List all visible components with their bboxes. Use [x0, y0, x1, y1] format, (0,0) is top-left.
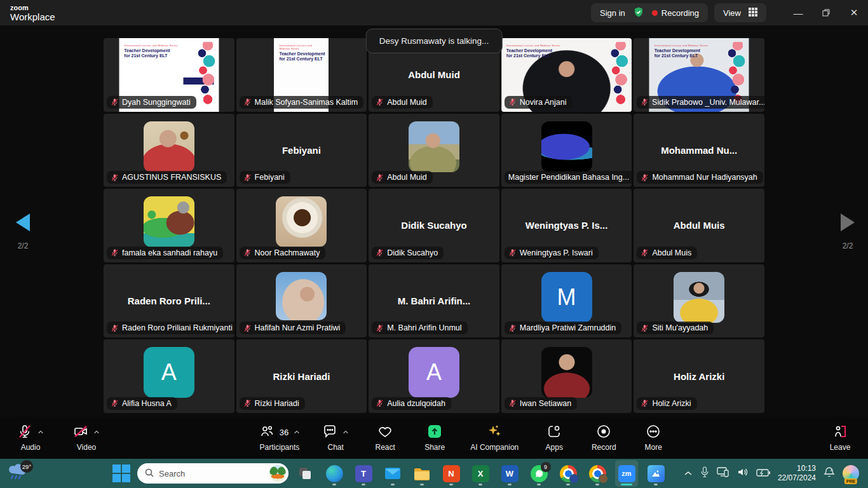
- participant-name-text: Iwan Setiawan: [520, 399, 571, 408]
- audio-icon: [17, 424, 32, 441]
- photo-avatar: [409, 121, 459, 172]
- participant-tile[interactable]: Noor Rachmawaty: [236, 189, 367, 262]
- toolbar-leave-button[interactable]: Leave: [826, 424, 854, 452]
- participant-tile[interactable]: AGUSTINUS FRANSISKUS: [104, 114, 234, 187]
- photo-avatar: [541, 121, 592, 172]
- previous-page-button[interactable]: 2/2: [9, 214, 37, 250]
- toolbar-more-button[interactable]: More: [639, 424, 667, 452]
- edge-app-icon[interactable]: [323, 460, 346, 487]
- participant-tile[interactable]: A Alifia Husna A: [104, 339, 234, 413]
- participant-tile[interactable]: Abdul Muid: [369, 114, 499, 187]
- muted-mic-icon: [641, 98, 649, 106]
- participant-tile[interactable]: Febiyani Febiyani: [236, 114, 367, 187]
- word-app-icon[interactable]: W: [498, 460, 521, 487]
- tray-speaker-icon[interactable]: [737, 467, 749, 480]
- toolbar-audio-button[interactable]: Audio: [17, 424, 44, 452]
- participant-tile[interactable]: A Aulia dzulqoidah: [369, 339, 499, 413]
- participant-tile[interactable]: Hafifah Nur Azmi Pratiwi: [236, 264, 367, 338]
- participant-tile[interactable]: M. Bahri Arifin... M. Bahri Arifin Unmul: [369, 264, 499, 338]
- participant-name-text: Rizki Hariadi: [255, 399, 299, 408]
- muted-mic-icon: [111, 98, 119, 106]
- participant-tile[interactable]: Raden Roro Prili... Raden Roro Priliani …: [104, 264, 234, 338]
- toolbar-apps-button[interactable]: Apps: [540, 424, 568, 452]
- participant-tile[interactable]: Magister Pendidikan Bahasa Ing...: [501, 114, 632, 187]
- weather-widget[interactable]: 29°: [8, 463, 31, 484]
- participant-tile[interactable]: International Lecture and Webinar Series…: [501, 38, 632, 112]
- participant-name-label: Mardliya Pratiwi Zamruddin: [505, 322, 621, 334]
- participant-tile[interactable]: M Mardliya Pratiwi Zamruddin: [501, 264, 632, 338]
- zoom-workplace-logo: zoom Workplace: [10, 4, 55, 22]
- security-shield-icon[interactable]: [633, 6, 644, 20]
- participant-tile[interactable]: International Lecture and Webinar Series…: [236, 38, 367, 112]
- muted-mic-icon: [376, 248, 384, 257]
- toolbar-participants-button[interactable]: 36Participants: [259, 424, 300, 452]
- record-label: Record: [592, 443, 616, 452]
- toolbar-video-button[interactable]: Video: [72, 424, 100, 452]
- participant-tile[interactable]: famala eka sanhadi rahayu: [104, 189, 234, 262]
- page-indicator-left: 2/2: [9, 241, 37, 250]
- file-explorer-app-icon[interactable]: [410, 460, 433, 487]
- task-view-button[interactable]: [294, 460, 316, 487]
- meeting-toolbar: AudioVideo 36ParticipantsChatReactShareA…: [0, 417, 868, 459]
- muted-mic-icon: [508, 98, 517, 106]
- minimize-button[interactable]: —: [784, 0, 812, 25]
- participant-tile[interactable]: Holiz Arizki Holiz Arizki: [634, 339, 764, 413]
- sign-in-button[interactable]: Sign in: [600, 8, 625, 18]
- leave-icon: [832, 424, 848, 441]
- participant-tile[interactable]: Weningtyas P. Is... Weningtyas P. Iswari: [501, 189, 632, 262]
- muted-mic-icon: [508, 399, 517, 407]
- whatsapp-app-icon[interactable]: 9: [527, 460, 550, 487]
- share-label: Share: [424, 443, 445, 452]
- clock-widget[interactable]: 10:13 22/07/2024: [778, 464, 816, 483]
- tray-battery-icon[interactable]: [756, 468, 770, 479]
- recording-indicator[interactable]: Recording: [652, 8, 699, 18]
- next-page-button[interactable]: 2/2: [834, 214, 862, 250]
- participant-name-label: Rizki Hariadi: [240, 397, 305, 410]
- share-icon: [427, 424, 442, 441]
- photo-avatar: [144, 196, 194, 247]
- participant-tile[interactable]: Rizki Hariadi Rizki Hariadi: [236, 339, 367, 413]
- participants-label: Participants: [260, 443, 300, 452]
- mail-app-icon[interactable]: [381, 460, 404, 487]
- toolbar-record-button[interactable]: Record: [590, 424, 618, 452]
- toolbar-chat-button[interactable]: Chat: [322, 424, 349, 452]
- participant-tile[interactable]: Abdul Muis Abdul Muis: [634, 189, 764, 262]
- toolbar-react-button[interactable]: React: [371, 424, 399, 452]
- audio-caret-icon[interactable]: [37, 428, 44, 437]
- tray-notification-bell-icon[interactable]: z: [824, 466, 835, 480]
- chat-caret-icon[interactable]: [342, 428, 349, 437]
- teams-app-icon[interactable]: T: [352, 460, 375, 487]
- tray-cast-display-icon[interactable]: [717, 467, 729, 480]
- excel-app-icon[interactable]: X: [469, 460, 492, 487]
- more-icon: [646, 424, 661, 441]
- close-button[interactable]: ✕: [840, 0, 868, 25]
- photo-avatar: [276, 196, 327, 247]
- copilot-icon[interactable]: PRE: [843, 465, 859, 482]
- toolbar-share-button[interactable]: Share: [421, 424, 449, 452]
- toolbar-ai-button[interactable]: AI Companion: [470, 424, 519, 452]
- video-caret-icon[interactable]: [93, 428, 100, 437]
- view-button[interactable]: View: [714, 3, 766, 22]
- zoom-app-icon[interactable]: zm: [615, 460, 638, 487]
- participants-caret-icon[interactable]: [294, 428, 300, 437]
- participant-tile[interactable]: Iwan Setiawan: [501, 339, 632, 413]
- chat-label: Chat: [328, 443, 344, 452]
- search-input[interactable]: Search: [137, 463, 288, 484]
- muted-mic-icon: [641, 324, 649, 332]
- restore-button[interactable]: [812, 0, 840, 25]
- participant-tile[interactable]: Siti Mu'ayyadah: [634, 264, 764, 338]
- photos-app-icon[interactable]: [644, 460, 667, 487]
- participant-tile[interactable]: International Lecture and Webinar Series…: [104, 38, 234, 112]
- nitro-pdf-app-icon[interactable]: N: [440, 460, 463, 487]
- title-bar: zoom Workplace Sign in Recording View — …: [0, 0, 868, 25]
- view-label: View: [723, 8, 741, 18]
- start-button[interactable]: [112, 464, 131, 483]
- chrome-app-icon[interactable]: [557, 460, 580, 487]
- tray-microphone-icon[interactable]: [700, 466, 709, 480]
- muted-mic-icon: [376, 399, 384, 407]
- tray-chevron-icon[interactable]: [684, 468, 693, 479]
- chrome-profile2-app-icon[interactable]: [586, 460, 609, 487]
- participant-tile[interactable]: Didik Sucahyo Didik Sucahyo: [369, 189, 499, 262]
- participant-tile[interactable]: International Lecture and Webinar Series…: [634, 38, 764, 112]
- participant-tile[interactable]: Mohammad Nu... Mohammad Nur Hadiyansyah: [634, 114, 764, 187]
